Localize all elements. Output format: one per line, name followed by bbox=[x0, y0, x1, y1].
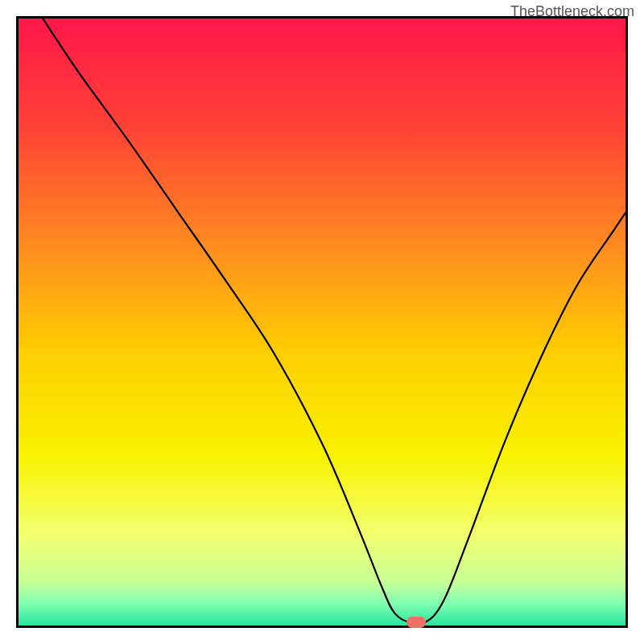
plot-area bbox=[16, 16, 628, 628]
bottleneck-chart: TheBottleneck.com bbox=[0, 0, 644, 644]
curve-layer bbox=[19, 19, 625, 625]
bottleneck-curve bbox=[43, 19, 625, 625]
optimal-marker bbox=[407, 617, 426, 628]
